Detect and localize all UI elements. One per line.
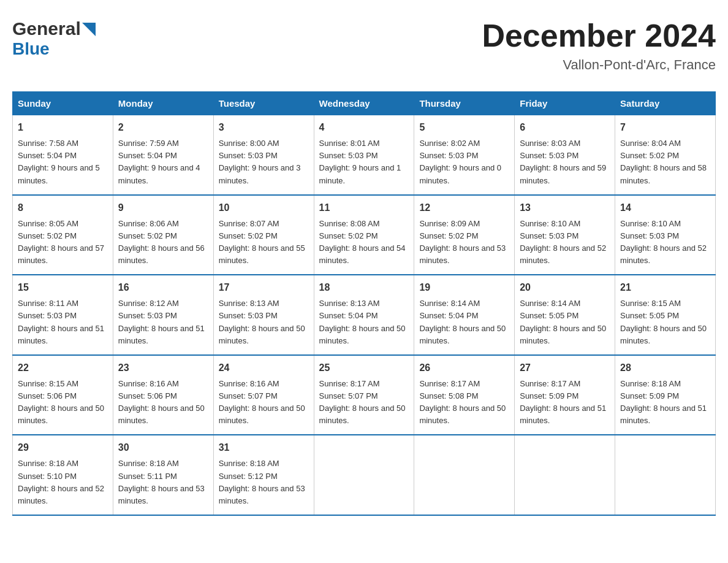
calendar-cell: 17Sunrise: 8:13 AMSunset: 5:03 PMDayligh… bbox=[213, 275, 314, 355]
day-number: 20 bbox=[520, 280, 610, 295]
day-info: Sunrise: 7:58 AMSunset: 5:04 PMDaylight:… bbox=[18, 137, 108, 187]
day-number: 27 bbox=[520, 361, 610, 375]
calendar-cell: 4Sunrise: 8:01 AMSunset: 5:03 PMDaylight… bbox=[314, 115, 414, 195]
day-number: 2 bbox=[118, 120, 208, 135]
day-number: 16 bbox=[118, 280, 208, 295]
day-info: Sunrise: 8:18 AMSunset: 5:12 PMDaylight:… bbox=[219, 458, 309, 507]
calendar-week-row: 15Sunrise: 8:11 AMSunset: 5:03 PMDayligh… bbox=[13, 275, 716, 355]
day-info: Sunrise: 8:00 AMSunset: 5:03 PMDaylight:… bbox=[219, 137, 309, 187]
calendar-week-row: 29Sunrise: 8:18 AMSunset: 5:10 PMDayligh… bbox=[13, 435, 716, 515]
day-number: 10 bbox=[219, 201, 309, 215]
col-header-monday: Monday bbox=[113, 92, 213, 115]
day-info: Sunrise: 8:14 AMSunset: 5:04 PMDaylight:… bbox=[419, 297, 509, 347]
calendar-cell bbox=[515, 435, 615, 515]
day-info: Sunrise: 8:08 AMSunset: 5:02 PMDaylight:… bbox=[319, 218, 409, 267]
day-info: Sunrise: 8:12 AMSunset: 5:03 PMDaylight:… bbox=[118, 297, 208, 347]
calendar-cell: 5Sunrise: 8:02 AMSunset: 5:03 PMDaylight… bbox=[414, 115, 515, 195]
day-number: 14 bbox=[620, 201, 710, 215]
day-number: 8 bbox=[18, 201, 108, 215]
day-number: 12 bbox=[419, 201, 509, 215]
calendar-cell: 18Sunrise: 8:13 AMSunset: 5:04 PMDayligh… bbox=[314, 275, 414, 355]
day-info: Sunrise: 8:18 AMSunset: 5:11 PMDaylight:… bbox=[118, 458, 208, 507]
calendar-cell bbox=[314, 435, 414, 515]
day-info: Sunrise: 8:11 AMSunset: 5:03 PMDaylight:… bbox=[18, 297, 108, 347]
day-info: Sunrise: 8:18 AMSunset: 5:09 PMDaylight:… bbox=[620, 378, 710, 427]
calendar-week-row: 1Sunrise: 7:58 AMSunset: 5:04 PMDaylight… bbox=[13, 115, 716, 195]
month-title: December 2024 bbox=[482, 18, 716, 53]
calendar-cell: 11Sunrise: 8:08 AMSunset: 5:02 PMDayligh… bbox=[314, 195, 414, 275]
day-info: Sunrise: 8:06 AMSunset: 5:02 PMDaylight:… bbox=[118, 218, 208, 267]
day-info: Sunrise: 8:15 AMSunset: 5:05 PMDaylight:… bbox=[620, 297, 710, 347]
day-info: Sunrise: 8:13 AMSunset: 5:03 PMDaylight:… bbox=[219, 297, 309, 347]
day-info: Sunrise: 8:10 AMSunset: 5:03 PMDaylight:… bbox=[620, 218, 710, 267]
calendar-cell: 3Sunrise: 8:00 AMSunset: 5:03 PMDaylight… bbox=[213, 115, 314, 195]
calendar-cell: 23Sunrise: 8:16 AMSunset: 5:06 PMDayligh… bbox=[113, 355, 213, 435]
calendar-cell: 22Sunrise: 8:15 AMSunset: 5:06 PMDayligh… bbox=[13, 355, 113, 435]
calendar-cell: 26Sunrise: 8:17 AMSunset: 5:08 PMDayligh… bbox=[414, 355, 515, 435]
day-number: 9 bbox=[118, 201, 208, 215]
day-info: Sunrise: 8:05 AMSunset: 5:02 PMDaylight:… bbox=[18, 218, 108, 267]
calendar-cell: 31Sunrise: 8:18 AMSunset: 5:12 PMDayligh… bbox=[213, 435, 314, 515]
calendar-table: SundayMondayTuesdayWednesdayThursdayFrid… bbox=[12, 91, 716, 516]
logo-arrow-icon bbox=[82, 23, 96, 39]
calendar-cell: 10Sunrise: 8:07 AMSunset: 5:02 PMDayligh… bbox=[213, 195, 314, 275]
day-number: 17 bbox=[219, 280, 309, 295]
day-number: 29 bbox=[18, 440, 108, 455]
calendar-cell: 16Sunrise: 8:12 AMSunset: 5:03 PMDayligh… bbox=[113, 275, 213, 355]
calendar-cell: 25Sunrise: 8:17 AMSunset: 5:07 PMDayligh… bbox=[314, 355, 414, 435]
day-info: Sunrise: 8:18 AMSunset: 5:10 PMDaylight:… bbox=[18, 458, 108, 507]
day-number: 3 bbox=[219, 120, 309, 135]
page-header: General Blue December 2024 Vallon-Pont-d… bbox=[12, 12, 716, 79]
day-number: 30 bbox=[118, 440, 208, 455]
calendar-cell: 1Sunrise: 7:58 AMSunset: 5:04 PMDaylight… bbox=[13, 115, 113, 195]
day-info: Sunrise: 8:17 AMSunset: 5:09 PMDaylight:… bbox=[520, 378, 610, 427]
day-info: Sunrise: 8:02 AMSunset: 5:03 PMDaylight:… bbox=[419, 137, 509, 187]
col-header-sunday: Sunday bbox=[13, 92, 113, 115]
day-info: Sunrise: 8:14 AMSunset: 5:05 PMDaylight:… bbox=[520, 297, 610, 347]
day-info: Sunrise: 8:17 AMSunset: 5:08 PMDaylight:… bbox=[419, 378, 509, 427]
day-number: 28 bbox=[620, 361, 710, 375]
day-info: Sunrise: 8:13 AMSunset: 5:04 PMDaylight:… bbox=[319, 297, 409, 347]
col-header-saturday: Saturday bbox=[615, 92, 716, 115]
day-number: 26 bbox=[419, 361, 509, 375]
day-info: Sunrise: 8:01 AMSunset: 5:03 PMDaylight:… bbox=[319, 137, 409, 187]
calendar-cell: 27Sunrise: 8:17 AMSunset: 5:09 PMDayligh… bbox=[515, 355, 615, 435]
day-number: 22 bbox=[18, 361, 108, 375]
svg-marker-0 bbox=[82, 23, 96, 36]
calendar-cell: 20Sunrise: 8:14 AMSunset: 5:05 PMDayligh… bbox=[515, 275, 615, 355]
location-title: Vallon-Pont-d'Arc, France bbox=[482, 57, 716, 73]
calendar-header-row: SundayMondayTuesdayWednesdayThursdayFrid… bbox=[13, 92, 716, 115]
title-area: December 2024 Vallon-Pont-d'Arc, France bbox=[482, 18, 716, 73]
col-header-thursday: Thursday bbox=[414, 92, 515, 115]
day-number: 15 bbox=[18, 280, 108, 295]
day-info: Sunrise: 8:10 AMSunset: 5:03 PMDaylight:… bbox=[520, 218, 610, 267]
day-info: Sunrise: 8:04 AMSunset: 5:02 PMDaylight:… bbox=[620, 137, 710, 187]
day-info: Sunrise: 8:16 AMSunset: 5:07 PMDaylight:… bbox=[219, 378, 309, 427]
calendar-cell: 2Sunrise: 7:59 AMSunset: 5:04 PMDaylight… bbox=[113, 115, 213, 195]
calendar-cell: 15Sunrise: 8:11 AMSunset: 5:03 PMDayligh… bbox=[13, 275, 113, 355]
calendar-cell: 9Sunrise: 8:06 AMSunset: 5:02 PMDaylight… bbox=[113, 195, 213, 275]
day-info: Sunrise: 8:09 AMSunset: 5:02 PMDaylight:… bbox=[419, 218, 509, 267]
day-info: Sunrise: 8:03 AMSunset: 5:03 PMDaylight:… bbox=[520, 137, 610, 187]
col-header-friday: Friday bbox=[515, 92, 615, 115]
day-number: 18 bbox=[319, 280, 409, 295]
calendar-cell: 12Sunrise: 8:09 AMSunset: 5:02 PMDayligh… bbox=[414, 195, 515, 275]
calendar-cell: 14Sunrise: 8:10 AMSunset: 5:03 PMDayligh… bbox=[615, 195, 716, 275]
calendar-cell: 30Sunrise: 8:18 AMSunset: 5:11 PMDayligh… bbox=[113, 435, 213, 515]
calendar-cell: 24Sunrise: 8:16 AMSunset: 5:07 PMDayligh… bbox=[213, 355, 314, 435]
calendar-cell: 19Sunrise: 8:14 AMSunset: 5:04 PMDayligh… bbox=[414, 275, 515, 355]
logo-blue-text: Blue bbox=[12, 39, 50, 59]
calendar-cell: 7Sunrise: 8:04 AMSunset: 5:02 PMDaylight… bbox=[615, 115, 716, 195]
day-number: 21 bbox=[620, 280, 710, 295]
day-number: 5 bbox=[419, 120, 509, 135]
day-number: 25 bbox=[319, 361, 409, 375]
day-number: 6 bbox=[520, 120, 610, 135]
day-number: 19 bbox=[419, 280, 509, 295]
col-header-tuesday: Tuesday bbox=[213, 92, 314, 115]
calendar-week-row: 22Sunrise: 8:15 AMSunset: 5:06 PMDayligh… bbox=[13, 355, 716, 435]
calendar-cell bbox=[414, 435, 515, 515]
calendar-cell: 8Sunrise: 8:05 AMSunset: 5:02 PMDaylight… bbox=[13, 195, 113, 275]
logo-general-text: General bbox=[12, 18, 81, 39]
logo: General Blue bbox=[12, 18, 96, 59]
day-number: 1 bbox=[18, 120, 108, 135]
